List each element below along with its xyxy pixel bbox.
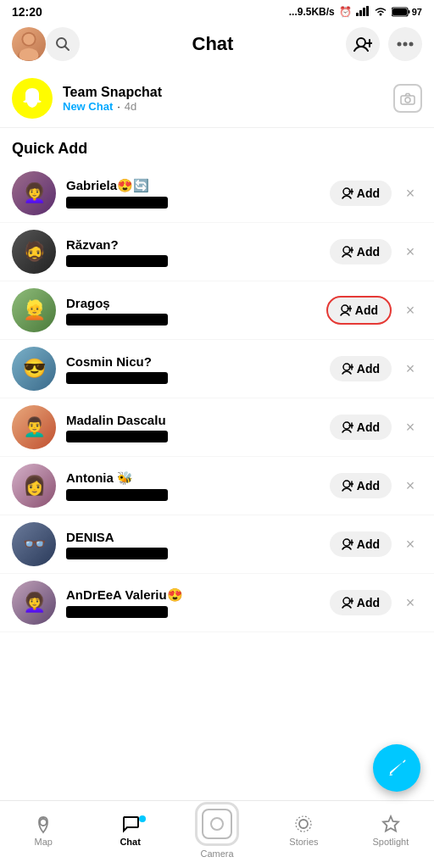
svg-point-47 xyxy=(40,819,47,826)
camera-shutter[interactable] xyxy=(195,802,239,846)
user-info-2: Răzvan? xyxy=(66,237,330,267)
nav-label-spotlight: Spotlight xyxy=(372,837,409,847)
svg-marker-50 xyxy=(383,816,398,832)
camera-lens xyxy=(210,817,224,831)
svg-line-13 xyxy=(65,47,70,51)
svg-point-4 xyxy=(379,13,381,15)
dismiss-button-1[interactable]: × xyxy=(398,181,422,205)
more-options-button[interactable] xyxy=(388,27,422,61)
svg-point-11 xyxy=(19,48,39,60)
user-name-2: Răzvan? xyxy=(66,237,330,252)
svg-point-18 xyxy=(403,42,408,47)
network-speed: ...9.5KB/s xyxy=(289,6,335,18)
snapchat-time: 4d xyxy=(125,100,136,113)
nav-label-stories: Stories xyxy=(289,837,318,847)
user-avatar-4: 😎 xyxy=(12,347,56,391)
add-button-5[interactable]: Add xyxy=(330,415,392,440)
camera-icon[interactable] xyxy=(393,84,422,113)
snapchat-logo xyxy=(12,78,53,119)
dismiss-button-7[interactable]: × xyxy=(398,532,422,556)
user-sub-2 xyxy=(66,255,168,267)
add-button-1[interactable]: Add xyxy=(330,181,392,206)
user-name-5: Madalin Dascalu xyxy=(66,413,330,427)
user-row-8: 👩‍🦱AnDrEeA Valeriu😍 Add× xyxy=(0,574,434,632)
nav-label-map: Map xyxy=(35,837,53,847)
signal-icon xyxy=(356,6,370,19)
user-avatar-3: 👱 xyxy=(12,288,56,332)
nav-item-chat[interactable]: Chat xyxy=(86,814,173,847)
quick-add-header: Quick Add xyxy=(0,128,434,164)
alarm-icon: ⏰ xyxy=(339,6,352,18)
svg-rect-0 xyxy=(356,13,359,16)
nav-label-chat: Chat xyxy=(120,837,140,847)
wifi-icon xyxy=(374,6,387,19)
svg-rect-2 xyxy=(363,8,365,16)
app-header: Chat xyxy=(0,22,434,70)
user-row-7: 👓DENISA Add× xyxy=(0,515,434,574)
snapchat-info: Team Snapchat New Chat · 4d xyxy=(63,85,393,113)
camera-inner xyxy=(202,809,232,839)
team-snapchat-row[interactable]: Team Snapchat New Chat · 4d xyxy=(0,70,434,128)
user-info-3: Dragoș xyxy=(66,296,326,326)
user-name-7: DENISA xyxy=(66,530,330,544)
page-title: Chat xyxy=(80,33,346,55)
nav-item-stories[interactable]: Stories xyxy=(260,814,347,847)
svg-point-9 xyxy=(23,34,34,45)
dismiss-button-4[interactable]: × xyxy=(398,357,422,381)
user-avatar-6: 👩 xyxy=(12,464,56,508)
user-info-4: Cosmin Nicu? xyxy=(66,354,330,384)
user-info-1: Gabriela😍🔄 xyxy=(66,178,330,209)
user-row-6: 👩Antonia 🐝 Add× xyxy=(0,457,434,515)
svg-rect-7 xyxy=(408,10,409,14)
user-row-2: 🧔Răzvan? Add× xyxy=(0,223,434,281)
svg-rect-1 xyxy=(359,10,362,16)
new-chat-label: New Chat xyxy=(63,100,113,113)
search-button[interactable] xyxy=(46,27,80,61)
user-info-5: Madalin Dascalu xyxy=(66,413,330,442)
add-button-7[interactable]: Add xyxy=(330,531,392,557)
nav-item-camera[interactable]: Camera xyxy=(174,802,260,859)
dismiss-button-2[interactable]: × xyxy=(398,240,422,264)
svg-point-48 xyxy=(299,820,308,828)
user-sub-1 xyxy=(66,197,168,209)
add-button-3[interactable]: Add xyxy=(326,296,392,325)
user-sub-5 xyxy=(66,431,168,442)
user-sub-6 xyxy=(66,489,168,501)
user-avatar[interactable] xyxy=(12,27,46,61)
nav-item-map[interactable]: Map xyxy=(0,814,86,847)
dismiss-button-5[interactable]: × xyxy=(398,415,422,439)
bottom-navigation: Map Chat Camera Stories Spotlight xyxy=(0,800,434,868)
dismiss-button-3[interactable]: × xyxy=(398,298,422,322)
user-row-4: 😎Cosmin Nicu? Add× xyxy=(0,340,434,398)
dismiss-button-6[interactable]: × xyxy=(398,474,422,498)
add-button-8[interactable]: Add xyxy=(330,590,392,615)
add-button-6[interactable]: Add xyxy=(330,473,392,498)
status-time: 12:20 xyxy=(12,5,42,19)
user-name-8: AnDrEeA Valeriu😍 xyxy=(66,587,330,603)
svg-point-21 xyxy=(405,97,410,103)
user-info-6: Antonia 🐝 xyxy=(66,470,330,501)
add-button-4[interactable]: Add xyxy=(330,356,392,381)
user-row-3: 👱Dragoș Add× xyxy=(0,281,434,340)
user-info-8: AnDrEeA Valeriu😍 xyxy=(66,587,330,618)
compose-fab[interactable] xyxy=(373,744,420,792)
user-sub-4 xyxy=(66,372,168,384)
svg-point-49 xyxy=(296,816,311,832)
add-friend-button[interactable] xyxy=(346,27,380,61)
user-name-1: Gabriela😍🔄 xyxy=(66,178,330,193)
user-row-5: 👨‍🦱Madalin Dascalu Add× xyxy=(0,398,434,457)
user-avatar-8: 👩‍🦱 xyxy=(12,581,56,625)
add-button-2[interactable]: Add xyxy=(330,239,392,264)
user-avatar-1: 👩‍🦱 xyxy=(12,171,56,215)
quick-add-list: 👩‍🦱Gabriela😍🔄 Add×🧔Răzvan? Add×👱Dragoș A… xyxy=(0,164,434,632)
dismiss-button-8[interactable]: × xyxy=(398,591,422,615)
user-name-4: Cosmin Nicu? xyxy=(66,354,330,369)
user-avatar-2: 🧔 xyxy=(12,230,56,274)
battery-icon: 97 xyxy=(392,7,422,17)
status-bar: 12:20 ...9.5KB/s ⏰ xyxy=(0,0,434,22)
header-actions xyxy=(346,27,422,61)
status-icons: ...9.5KB/s ⏰ 97 xyxy=(289,6,422,19)
user-row-1: 👩‍🦱Gabriela😍🔄 Add× xyxy=(0,164,434,223)
nav-item-spotlight[interactable]: Spotlight xyxy=(348,814,434,847)
user-sub-8 xyxy=(66,606,168,618)
